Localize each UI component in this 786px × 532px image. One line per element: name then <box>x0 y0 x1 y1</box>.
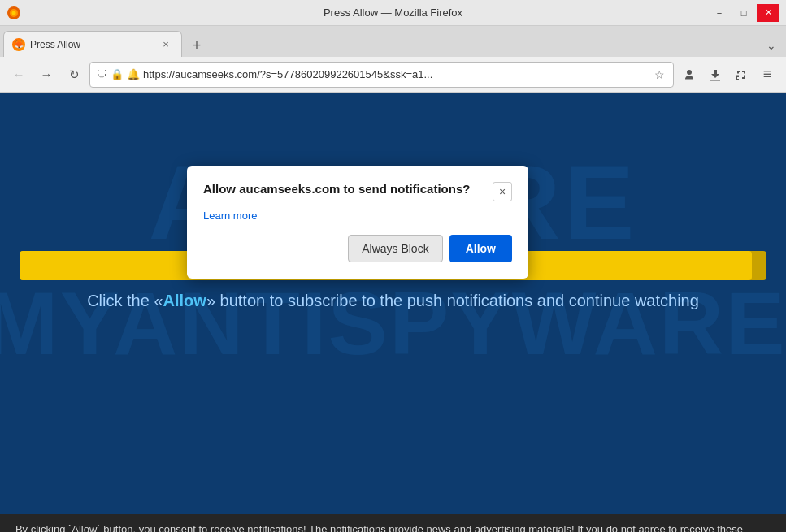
cta-text: Click the «Allow» button to subscribe to… <box>0 292 786 310</box>
tab-bar: 🦊 Press Allow × + ⌄ <box>0 26 786 57</box>
window-controls: − □ ✕ <box>708 4 779 22</box>
lock-icon: 🔒 <box>111 68 124 80</box>
list-all-tabs-button[interactable]: ⌄ <box>760 34 783 57</box>
popup-question-text: Allow aucamseeks.com to send notificatio… <box>203 182 493 196</box>
tab-title: Press Allow <box>30 39 154 50</box>
restore-button[interactable]: □ <box>732 4 755 22</box>
tab-favicon-icon: 🦊 <box>12 38 25 51</box>
bottom-notification-text: By clicking `Allow` button, you consent … <box>13 522 745 532</box>
extensions-button[interactable] <box>729 63 753 87</box>
main-content: ADWARE MYANTISPYWARE.COM 98% Click the «… <box>0 93 786 514</box>
active-tab[interactable]: 🦊 Press Allow × <box>3 31 182 57</box>
address-bar[interactable]: 🛡 🔒 🔔 https://aucamseeks.com/?s=57786020… <box>89 62 674 88</box>
allow-button[interactable]: Allow <box>449 235 512 262</box>
popup-header: Allow aucamseeks.com to send notificatio… <box>203 182 512 201</box>
minimize-button[interactable]: − <box>708 4 731 22</box>
watermark-bottom: MYANTISPYWARE.COM <box>0 271 786 374</box>
tab-bar-right: ⌄ <box>760 34 783 57</box>
bottom-text-main: By clicking `Allow` button, you consent … <box>15 523 743 532</box>
cta-part1: Click the « <box>87 292 163 309</box>
cta-part2: » button to subscribe to the push notifi… <box>206 292 699 309</box>
bookmark-icon[interactable]: ☆ <box>653 67 667 83</box>
cta-allow-word: Allow <box>163 292 206 309</box>
url-text: https://aucamseeks.com/?s=57786020992260… <box>143 68 649 80</box>
notifications-permission-icon: 🔔 <box>127 68 140 80</box>
forward-button[interactable]: → <box>34 63 59 87</box>
downloads-button[interactable] <box>703 63 727 87</box>
title-bar-left <box>7 6 21 20</box>
close-window-button[interactable]: ✕ <box>757 4 779 22</box>
firefox-logo-icon <box>7 6 21 20</box>
svg-point-2 <box>12 11 16 15</box>
popup-close-button[interactable]: × <box>493 182 512 201</box>
learn-more-link[interactable]: Learn more <box>203 210 512 222</box>
account-button[interactable] <box>677 63 701 87</box>
new-tab-button[interactable]: + <box>185 34 208 57</box>
tab-close-button[interactable]: × <box>159 37 173 52</box>
bottom-bar: By clicking `Allow` button, you consent … <box>0 514 786 532</box>
back-button[interactable]: ← <box>7 63 31 87</box>
popup-buttons: Always Block Allow <box>203 235 512 262</box>
shield-icon: 🛡 <box>97 68 107 80</box>
window-title: Press Allow — Mozilla Firefox <box>324 6 462 19</box>
nav-right-buttons: ≡ <box>677 63 779 87</box>
nav-bar: ← → ↻ 🛡 🔒 🔔 https://aucamseeks.com/?s=57… <box>0 57 786 93</box>
notification-popup: Allow aucamseeks.com to send notificatio… <box>187 166 528 279</box>
title-bar: Press Allow — Mozilla Firefox − □ ✕ <box>0 0 786 26</box>
reload-button[interactable]: ↻ <box>62 63 86 87</box>
menu-button[interactable]: ≡ <box>755 63 779 87</box>
bottom-bar-close-button[interactable]: × <box>753 527 773 532</box>
always-block-button[interactable]: Always Block <box>348 235 442 262</box>
